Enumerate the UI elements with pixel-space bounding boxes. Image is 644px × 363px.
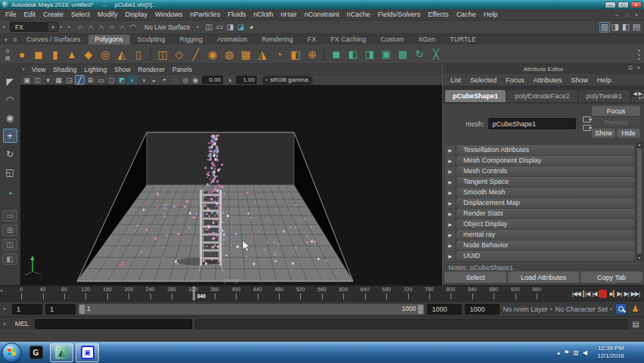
shelf-tab[interactable]: Polygons: [88, 35, 130, 45]
attribute-section[interactable]: Displacement Map: [445, 198, 634, 208]
focus-button[interactable]: Focus: [592, 106, 640, 116]
attribute-editor-menu-item[interactable]: List: [446, 76, 466, 84]
render-current-frame-icon[interactable]: ▭: [214, 22, 224, 33]
timeline-tick[interactable]: 480: [268, 286, 289, 301]
menu-item[interactable]: Modify: [94, 11, 122, 18]
character-set-dropdown[interactable]: No Character Set: [555, 306, 612, 313]
timeline-tick[interactable]: 0: [11, 286, 32, 301]
anim-layer-dropdown[interactable]: No Anim Layer: [503, 306, 552, 313]
film-gate-icon[interactable]: ▭: [96, 75, 106, 85]
snap-to-curve-icon[interactable]: ∩: [85, 22, 96, 33]
poly-sphere-icon[interactable]: ●: [14, 46, 30, 63]
step-forward-key-icon[interactable]: ▶|: [617, 290, 621, 297]
step-back-frame-icon[interactable]: |◀: [583, 290, 590, 297]
scene-3d-view[interactable]: [20, 85, 441, 284]
menu-item[interactable]: nCloth: [249, 11, 277, 18]
poly-pyramid-icon[interactable]: ◭: [113, 46, 130, 63]
expand-arrow-icon[interactable]: [445, 198, 455, 208]
command-language-button[interactable]: MEL: [12, 320, 32, 327]
color-management-icon[interactable]: ◕: [246, 22, 256, 33]
group-grip[interactable]: [67, 22, 73, 32]
shelf-tab[interactable]: TURTLE: [443, 35, 483, 45]
scroll-down-icon[interactable]: ▼: [636, 256, 642, 260]
attribute-section-label[interactable]: Mesh Controls: [457, 166, 634, 176]
time-ticks[interactable]: 0 40 80 120 160 200 240 280: [11, 286, 547, 301]
attribute-section-label[interactable]: Mesh Component Display: [457, 156, 634, 166]
timeline-tick[interactable]: 600: [333, 286, 354, 301]
menu-item[interactable]: Windows: [151, 11, 187, 18]
stop-playback-icon[interactable]: ■: [609, 290, 615, 297]
gamma-field[interactable]: 1.00: [236, 76, 257, 84]
poly-plane-icon[interactable]: ◆: [80, 46, 97, 63]
timeline-tick[interactable]: 720: [397, 286, 418, 301]
expand-arrow-icon[interactable]: [445, 166, 455, 176]
combine-icon[interactable]: ◼: [328, 46, 345, 63]
panel-menu-item[interactable]: Panels: [169, 66, 196, 73]
separate-icon[interactable]: ◧: [345, 46, 361, 63]
shelf-tab[interactable]: FX: [301, 35, 324, 45]
default-lighting-icon[interactable]: ◐: [128, 75, 138, 85]
make-live-icon[interactable]: ◠: [128, 22, 138, 33]
textured-lighting-icon[interactable]: ◑: [138, 75, 148, 85]
layout-hypershade-persp-icon[interactable]: ◧: [2, 253, 17, 265]
timeline-tick[interactable]: 640: [355, 286, 376, 301]
attribute-section-label[interactable]: Node Behavior: [457, 240, 634, 250]
isolate-select-icon[interactable]: ◎: [181, 75, 190, 85]
panel-menu-item[interactable]: Renderer: [135, 66, 169, 73]
menu-item[interactable]: Edit: [20, 11, 40, 18]
attribute-section[interactable]: Smooth Mesh: [445, 188, 634, 197]
quad-draw-icon[interactable]: ▦: [237, 46, 254, 63]
menu-item[interactable]: Help: [480, 11, 502, 18]
layout-single-pane-icon[interactable]: ▭: [2, 210, 17, 222]
soft-select-icon[interactable]: ◔: [3, 186, 17, 200]
input-connection-icon[interactable]: [583, 116, 591, 123]
close-icon[interactable]: ×: [630, 2, 642, 8]
expand-arrow-icon[interactable]: [445, 156, 455, 166]
notes-row[interactable]: Notes: pCubeShape1: [443, 263, 644, 270]
attribute-section[interactable]: Mesh Component Display: [445, 156, 634, 166]
timeline-tick[interactable]: 920: [504, 286, 525, 301]
menu-item[interactable]: nConstraint: [301, 11, 343, 18]
timeline-tick[interactable]: 880: [483, 286, 504, 301]
spin-edge-icon[interactable]: ↻: [411, 46, 428, 63]
node-tab[interactable]: polyExtrudeFace2: [507, 90, 577, 102]
expand-arrow-icon[interactable]: [445, 219, 455, 229]
expand-arrow-icon[interactable]: [445, 230, 455, 240]
taskbar-clock[interactable]: 12:39 PM 12/1/2016: [591, 345, 630, 360]
attribute-section-label[interactable]: Render Stats: [457, 209, 634, 219]
shelf-tab[interactable]: Animation: [210, 35, 254, 45]
bevel-icon[interactable]: ◇: [171, 46, 187, 63]
scrollbar-thumb[interactable]: [637, 148, 642, 254]
conform-icon[interactable]: ◨: [361, 46, 378, 63]
range-slider[interactable]: 1 1000: [79, 304, 424, 315]
expand-arrow-icon[interactable]: [445, 240, 455, 250]
expand-arrow-icon[interactable]: [445, 177, 455, 187]
menu-item[interactable]: Effects: [424, 11, 452, 18]
grease-pencil-icon[interactable]: ╱: [75, 75, 85, 85]
timeline-tick[interactable]: 120: [75, 286, 96, 301]
shelf-scroll-arrows[interactable]: ▲●▼: [637, 48, 642, 61]
playback-end-field[interactable]: 1000: [465, 304, 500, 315]
menu-item[interactable]: Display: [122, 11, 152, 18]
node-tab[interactable]: polyTweak1: [579, 90, 630, 102]
shelf-tab[interactable]: Curves / Surfaces: [20, 35, 88, 45]
attribute-section-label[interactable]: mental ray: [457, 230, 634, 240]
motion-blur-icon[interactable]: ◌: [170, 75, 180, 85]
boolean-icon[interactable]: ◉: [204, 46, 221, 63]
expand-arrow-icon[interactable]: [445, 188, 455, 197]
tray-expand-icon[interactable]: ▴: [557, 349, 560, 356]
menu-item[interactable]: Create: [39, 11, 67, 18]
panel-menu-item[interactable]: Show: [110, 66, 134, 73]
attribute-editor-titlebar[interactable]: Attribute Editor ⊡ ×: [443, 64, 644, 74]
timeline-tick[interactable]: 840: [462, 286, 483, 301]
timeline-tick[interactable]: 80: [54, 286, 75, 301]
menu-item[interactable]: nCache: [343, 11, 374, 18]
sculpt-icon[interactable]: ◔: [271, 46, 287, 63]
camera-select-icon[interactable]: ◫: [33, 75, 42, 85]
timeline-tick[interactable]: 560: [311, 286, 333, 301]
attribute-section-label[interactable]: UUID: [457, 251, 634, 261]
move-tool[interactable]: +: [3, 129, 17, 143]
snap-camera-icon[interactable]: ▣: [22, 75, 32, 85]
panel-float-close-icons[interactable]: ⊡ ×: [628, 65, 642, 71]
attribute-section-label[interactable]: Object Display: [457, 219, 634, 229]
